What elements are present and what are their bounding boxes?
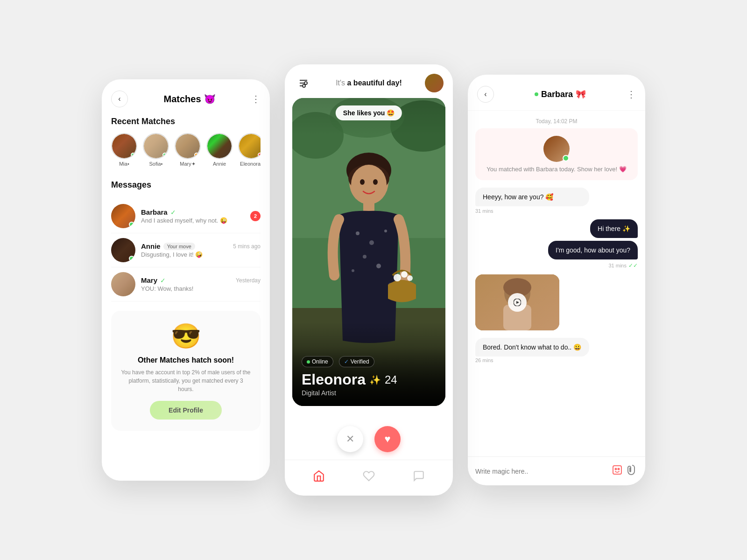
pass-button[interactable]: ✕ (337, 426, 363, 452)
swipe-card[interactable]: She likes you 🤩 Online ✓ Verified (292, 98, 445, 406)
svg-point-22 (376, 264, 381, 268)
svg-point-21 (363, 255, 366, 259)
barbara-chat-avatar (543, 136, 570, 162)
match-avatar-annie[interactable]: Annie (206, 133, 233, 167)
nav-home[interactable] (309, 466, 329, 486)
message-received-1: Heeyy, how are you? 🥰 31 mins (475, 188, 638, 214)
likes-badge: She likes you 🤩 (336, 105, 402, 120)
match-avatar-sofia[interactable]: Sofia• (143, 133, 169, 167)
svg-point-14 (351, 165, 387, 204)
card-info: Online ✓ Verified Eleonora ✨ 24 Digital … (292, 347, 445, 406)
chat-screen: ‹ Barbara 🎀 ⋮ Today, 14:02 PM You matche… (468, 75, 645, 485)
svg-point-27 (401, 271, 408, 278)
svg-point-4 (303, 84, 305, 87)
message-item-annie[interactable]: Annie Your move 5 mins ago Disgusting, I… (111, 233, 261, 267)
card-name: Eleonora ✨ 24 (302, 371, 436, 388)
chat-input-area (468, 456, 645, 485)
mary-avatar (111, 272, 135, 296)
messages-title: Messages (111, 180, 261, 190)
promo-desc: You have the account in top 2% of male u… (120, 368, 251, 393)
svg-point-26 (394, 274, 401, 281)
photo-indicators (292, 410, 445, 411)
matches-header: ‹ Matches 😈 ⋮ (111, 91, 261, 107)
chat-header: ‹ Barbara 🎀 ⋮ (468, 75, 645, 111)
svg-point-15 (360, 179, 365, 185)
svg-point-20 (384, 230, 387, 232)
your-move-badge: Your move (163, 243, 195, 250)
online-badge: Online (302, 356, 333, 367)
recent-matches-title: Recent Matches (111, 117, 261, 126)
message-sent-group: Hi there ✨ I'm good, how about you? 31 m… (548, 219, 638, 269)
matches-title: Matches 😈 (163, 93, 215, 105)
message-received-2: Bored. Don't know what to do.. 😀 26 mins (475, 336, 638, 363)
matches-screen: ‹ Matches 😈 ⋮ Recent Matches Mia• (102, 79, 270, 481)
filter-button[interactable] (294, 74, 313, 92)
unread-badge: 2 (250, 211, 261, 221)
user-avatar[interactable] (425, 74, 444, 92)
day-greeting: It's a beautiful day! (336, 79, 402, 87)
chat-back-button[interactable]: ‹ (477, 86, 494, 103)
mary-info: Mary ✓ Yesterday YOU: Wow, thanks! (141, 276, 261, 292)
back-button[interactable]: ‹ (111, 91, 128, 107)
message-item-mary[interactable]: Mary ✓ Yesterday YOU: Wow, thanks! (111, 267, 261, 301)
nav-messages[interactable] (409, 466, 429, 486)
more-options-button[interactable]: ⋮ (251, 93, 261, 105)
chat-input[interactable] (475, 468, 607, 475)
chat-timestamp: Today, 14:02 PM (468, 111, 645, 128)
svg-point-23 (352, 269, 354, 272)
message-item-barbara[interactable]: Barbara ✓ And I asked myself, why not. 😜… (111, 199, 261, 233)
match-avatar-mia[interactable]: Mia• (111, 133, 137, 167)
svg-point-18 (356, 231, 359, 235)
verified-icon: ✓ (170, 209, 176, 216)
annie-info: Annie Your move 5 mins ago Disgusting, I… (141, 242, 261, 258)
match-announcement: You matched with Barbara today. Show her… (475, 128, 638, 180)
svg-point-2 (304, 82, 307, 84)
recent-matches-list: Mia• Sofia• Mary✦ Annie (111, 133, 261, 167)
photo-play-button[interactable] (508, 293, 527, 312)
nav-likes[interactable] (359, 466, 379, 486)
promo-title: Other Matches hatch soon! (120, 356, 251, 364)
chat-more-button[interactable]: ⋮ (627, 89, 636, 100)
annie-avatar (111, 238, 135, 262)
swipe-screen: It's a beautiful day! (285, 64, 453, 496)
verified-icon-mary: ✓ (160, 277, 166, 284)
messages-list: Barbara ✓ And I asked myself, why not. 😜… (111, 199, 261, 301)
emoji-button[interactable] (612, 464, 623, 478)
swipe-card-area: She likes you 🤩 Online ✓ Verified (285, 98, 453, 460)
like-button[interactable]: ♥ (374, 426, 401, 452)
svg-point-19 (369, 240, 374, 245)
message-photo[interactable] (475, 274, 638, 330)
match-avatar-mary[interactable]: Mary✦ (175, 133, 201, 167)
edit-profile-button[interactable]: Edit Profile (150, 401, 222, 420)
chat-action-icons (612, 464, 638, 478)
svg-point-38 (615, 469, 617, 470)
promo-emoji: 😎 (120, 322, 251, 350)
bottom-nav (285, 460, 453, 496)
chat-messages: Heeyy, how are you? 🥰 31 mins Hi there ✨… (468, 188, 645, 456)
attach-button[interactable] (627, 464, 638, 478)
action-buttons: ✕ ♥ (292, 419, 445, 460)
card-job: Digital Artist (302, 389, 436, 397)
contact-name: Barbara 🎀 (535, 89, 586, 99)
svg-point-28 (407, 275, 413, 281)
svg-point-16 (373, 179, 378, 185)
match-avatar-eleonora[interactable]: Eleonora• (238, 133, 261, 167)
promo-card: 😎 Other Matches hatch soon! You have the… (111, 311, 261, 431)
barbara-info: Barbara ✓ And I asked myself, why not. 😜 (141, 208, 245, 224)
barbara-avatar (111, 204, 135, 228)
svg-point-39 (618, 469, 620, 470)
swipe-header: It's a beautiful day! (285, 64, 453, 98)
verified-badge: ✓ Verified (339, 356, 374, 367)
svg-rect-37 (613, 466, 621, 474)
